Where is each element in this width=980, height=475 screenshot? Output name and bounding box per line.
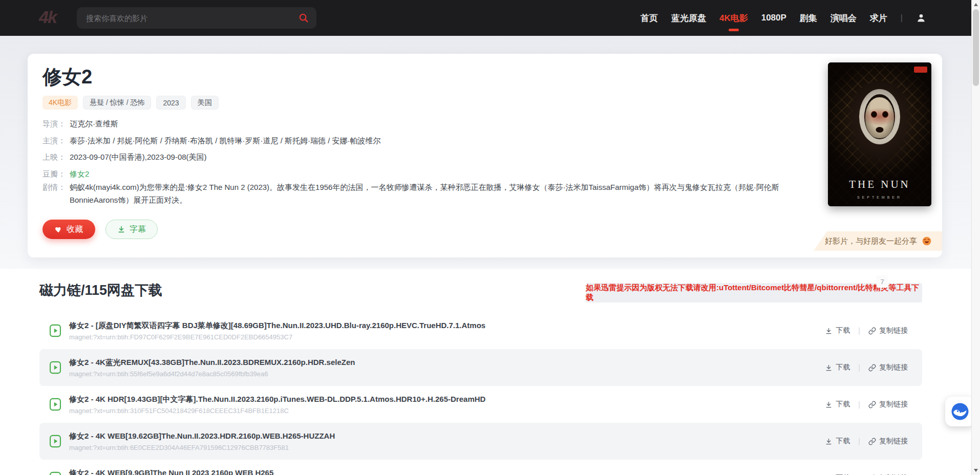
- row-actions: 下载 | 复制链接: [825, 363, 908, 372]
- share-banner-text: 好影片，与好朋友一起分享: [825, 236, 917, 246]
- download-button-label: 下载: [836, 437, 850, 446]
- link-icon: [868, 401, 876, 408]
- douban-link[interactable]: 修女2: [70, 169, 89, 179]
- favorite-button[interactable]: 收藏: [42, 220, 95, 239]
- movie-poster[interactable]: THE NUN SEPTEMBER: [828, 62, 931, 206]
- douban-row: 豆瓣： 修女2: [42, 169, 380, 179]
- download-list: 修女2 - [原盘DIY简繁双语四字幕 BDJ菜单修改][48.69GB]The…: [39, 312, 922, 475]
- movie-title: 修女2: [42, 64, 92, 90]
- copy-link-label: 复制链接: [879, 326, 908, 335]
- action-divider: |: [858, 437, 860, 445]
- cast-row: 主演： 泰莎·法米加 / 邦妮·阿伦斯 / 乔纳斯·布洛凯 / 凯特琳·罗斯·道…: [42, 136, 380, 146]
- director-row: 导演： 迈克尔·查维斯: [42, 119, 380, 129]
- nav-item-bluray[interactable]: 蓝光原盘: [671, 9, 706, 27]
- magnet-link[interactable]: magnet:?xt=urn:btih:310F51FC504218429F61…: [69, 407, 485, 415]
- douban-label: 豆瓣：: [42, 169, 66, 179]
- tag-region[interactable]: 美国: [191, 96, 219, 110]
- search-icon[interactable]: [298, 12, 309, 24]
- laugh-emoji-icon: [922, 236, 932, 246]
- copy-link-button[interactable]: 复制链接: [868, 363, 908, 372]
- link-icon: [868, 364, 876, 372]
- subtitle-button[interactable]: 字幕: [105, 220, 158, 239]
- nav-item-home[interactable]: 首页: [641, 9, 658, 27]
- row-actions: 下载 | 复制链接: [825, 326, 908, 335]
- download-row: 修女2 - 4K HDR[19.43GB][中文字幕].The.Nun.II.2…: [39, 386, 922, 423]
- action-divider: |: [858, 363, 860, 372]
- search-bar[interactable]: [77, 7, 316, 29]
- nav-divider: |: [901, 13, 903, 23]
- file-play-icon: [49, 434, 62, 448]
- release-value: 2023-09-07(中国香港),2023-09-08(美国): [70, 153, 207, 162]
- file-play-icon: [49, 397, 62, 412]
- subtitle-label: 字幕: [130, 224, 146, 235]
- download-texts: 修女2 - [原盘DIY简繁双语四字幕 BDJ菜单修改][48.69GB]The…: [69, 321, 485, 341]
- file-play-icon: [49, 360, 62, 375]
- copy-link-button[interactable]: 复制链接: [868, 437, 908, 446]
- link-icon: [868, 327, 876, 335]
- widget-counter-badge: 7: [877, 275, 888, 288]
- nav-item-4k-movies[interactable]: 4K电影: [719, 9, 748, 27]
- magnet-link[interactable]: magnet:?xt=urn:btih:FD97C0F629F2E9BE7E96…: [69, 333, 485, 341]
- download-icon: [117, 225, 125, 233]
- release-label: 上映：: [42, 153, 66, 162]
- nav-item-series[interactable]: 剧集: [800, 9, 817, 27]
- download-title[interactable]: 修女2 - 4K WEB[9.9GB]The Nun II 2023 2160p…: [69, 468, 273, 475]
- scrollbar-up-arrow[interactable]: [974, 3, 978, 6]
- download-notice: 如果迅雷提示因为版权无法下载请改用:uTottent/Bitcomet比特彗星/…: [586, 283, 922, 303]
- page-scrollbar[interactable]: [971, 0, 980, 475]
- download-texts: 修女2 - 4K WEB[9.9GB]The Nun II 2023 2160p…: [69, 468, 273, 475]
- magnet-link[interactable]: magnet:?xt=urn:btih:55f6ef5e9a6d4f2d44d7…: [69, 370, 355, 378]
- download-button-label: 下载: [836, 363, 850, 372]
- scrollbar-down-arrow[interactable]: [974, 469, 978, 472]
- nav-item-concert[interactable]: 演唱会: [830, 9, 857, 27]
- file-play-icon: [49, 323, 62, 338]
- download-button-label: 下载: [836, 400, 850, 409]
- scrollbar-thumb[interactable]: [973, 9, 979, 86]
- poster-studio-logo: [914, 67, 927, 73]
- download-title[interactable]: 修女2 - 4K WEB[19.62GB]The.Nun.II.2023.HDR…: [69, 431, 335, 441]
- tag-genres[interactable]: 悬疑 / 惊悚 / 恐怖: [83, 96, 151, 110]
- download-button[interactable]: 下载: [825, 363, 850, 372]
- download-texts: 修女2 - 4K蓝光REMUX[43.38GB]The.Nun.II.2023.…: [69, 358, 355, 378]
- nav-item-1080p[interactable]: 1080P: [761, 10, 786, 26]
- favorite-label: 收藏: [67, 224, 83, 235]
- heart-icon: [55, 226, 62, 233]
- download-title[interactable]: 修女2 - [原盘DIY简繁双语四字幕 BDJ菜单修改][48.69GB]The…: [69, 321, 485, 331]
- download-title[interactable]: 修女2 - 4K蓝光REMUX[43.38GB]The.Nun.II.2023.…: [69, 358, 355, 368]
- download-button[interactable]: 下载: [825, 437, 850, 446]
- copy-link-button[interactable]: 复制链接: [868, 400, 908, 409]
- search-input[interactable]: [86, 14, 298, 23]
- site-logo[interactable]: 4k: [39, 7, 56, 27]
- top-header: 4k 首页 蓝光原盘 4K电影 1080P 剧集 演唱会 求片 |: [0, 0, 980, 36]
- download-button-label: 下载: [836, 326, 850, 335]
- magnet-link[interactable]: magnet:?xt=urn:btih:6E0CEE2D304A46EFA791…: [69, 444, 335, 451]
- download-icon: [825, 364, 833, 372]
- chat-widget-button[interactable]: [945, 397, 975, 426]
- download-button[interactable]: 下载: [825, 326, 850, 335]
- director-label: 导演：: [42, 119, 66, 129]
- user-icon[interactable]: [916, 13, 926, 23]
- director-value: 迈克尔·查维斯: [70, 119, 118, 129]
- tag-category[interactable]: 4K电影: [42, 96, 78, 110]
- download-button[interactable]: 下载: [825, 400, 850, 409]
- row-actions: 下载 | 复制链接: [825, 400, 908, 409]
- movie-detail-card: 修女2 4K电影 悬疑 / 惊悚 / 恐怖 2023 美国 导演： 迈克尔·查维…: [28, 54, 942, 257]
- download-icon: [825, 401, 833, 408]
- tag-year[interactable]: 2023: [156, 96, 185, 110]
- download-title[interactable]: 修女2 - 4K HDR[19.43GB][中文字幕].The.Nun.II.2…: [69, 395, 485, 404]
- download-row: 修女2 - 4K WEB[19.62GB]The.Nun.II.2023.HDR…: [39, 423, 922, 460]
- tag-row: 4K电影 悬疑 / 惊悚 / 恐怖 2023 美国: [42, 96, 219, 110]
- copy-link-button[interactable]: 复制链接: [868, 326, 908, 335]
- download-texts: 修女2 - 4K HDR[19.43GB][中文字幕].The.Nun.II.2…: [69, 395, 485, 415]
- action-divider: |: [858, 327, 860, 335]
- download-row: 修女2 - 4K蓝光REMUX[43.38GB]The.Nun.II.2023.…: [39, 349, 922, 386]
- share-banner[interactable]: 好影片，与好朋友一起分享: [814, 231, 942, 251]
- poster-title-text: THE NUN: [828, 178, 931, 191]
- copy-link-label: 复制链接: [879, 437, 908, 446]
- copy-link-label: 复制链接: [879, 363, 908, 372]
- action-row: 收藏 字幕: [42, 220, 158, 239]
- chat-widget-icon: [951, 402, 969, 421]
- main-nav: 首页 蓝光原盘 4K电影 1080P 剧集 演唱会 求片 |: [641, 0, 926, 36]
- release-row: 上映： 2023-09-07(中国香港),2023-09-08(美国): [42, 153, 380, 162]
- nav-item-request[interactable]: 求片: [870, 9, 887, 27]
